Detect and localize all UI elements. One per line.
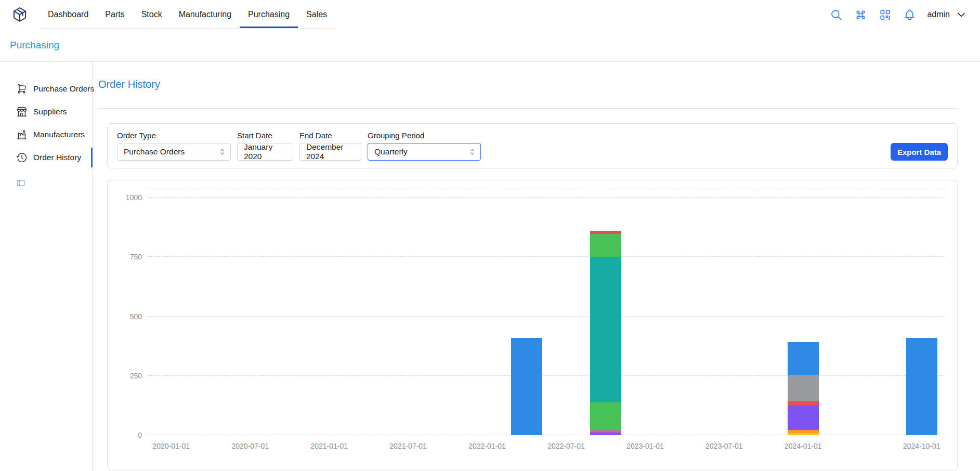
gridline — [148, 375, 945, 376]
end-date-field: End Date December 2024 — [299, 131, 361, 161]
tab-purchasing[interactable]: Purchasing — [240, 3, 298, 28]
y-tick-label: 750 — [130, 253, 142, 261]
history-icon — [16, 152, 28, 163]
chevron-selector-icon — [468, 148, 477, 156]
x-axis: 2020-01-012020-07-012021-01-012021-07-01… — [148, 435, 945, 456]
x-tick-label: 2024-10-01 — [903, 442, 940, 450]
start-date-input[interactable]: January 2020 — [237, 143, 293, 161]
factory-icon — [16, 129, 28, 140]
y-tick-label: 1000 — [126, 193, 142, 202]
bar-2022-10-01 — [590, 231, 621, 435]
sidebar-item-manufacturers[interactable]: Manufacturers — [0, 123, 92, 146]
order-type-label: Order Type — [117, 131, 231, 140]
sidebar-collapse-icon[interactable] — [16, 178, 25, 188]
bar-segment-teal — [590, 257, 621, 402]
sidebar-item-order-history[interactable]: Order History — [0, 146, 92, 169]
bar-segment-green — [590, 402, 621, 430]
order-history-chart-card: 02505007501000 2020-01-012020-07-012021-… — [107, 180, 958, 471]
plot-area — [148, 189, 945, 435]
x-tick-label: 2022-07-01 — [547, 442, 585, 450]
order-type-field: Order Type Purchase Orders — [117, 131, 231, 161]
y-tick-label: 0 — [138, 431, 142, 439]
x-tick-label: 2021-01-01 — [310, 442, 348, 450]
x-tick-label: 2020-01-01 — [153, 442, 190, 450]
start-date-field: Start Date January 2020 — [237, 131, 293, 161]
gridline — [148, 316, 945, 317]
x-tick-label: 2023-01-01 — [626, 442, 664, 450]
bar-segment-blue — [511, 338, 542, 435]
bell-icon[interactable] — [903, 8, 917, 22]
sidebar-item-suppliers[interactable]: Suppliers — [0, 100, 92, 123]
sidebar-item-label: Order History — [33, 153, 81, 162]
filter-panel: Order Type Purchase Orders Start Date Ja… — [107, 123, 958, 168]
export-data-button[interactable]: Export Data — [891, 143, 948, 161]
qr-code-icon[interactable] — [878, 8, 892, 22]
gridline — [148, 256, 945, 257]
chevron-selector-icon — [218, 148, 227, 156]
sidebar-item-purchase-orders[interactable]: Purchase Orders — [0, 77, 92, 100]
gridline — [148, 197, 945, 198]
shopping-cart-icon — [16, 83, 28, 95]
x-tick-label: 2022-01-01 — [468, 442, 506, 450]
sidebar-item-label: Manufacturers — [33, 130, 85, 139]
order-type-select[interactable]: Purchase Orders — [117, 143, 231, 161]
main-panel: Order History Order Type Purchase Orders… — [93, 62, 980, 471]
main-nav-tabs: Dashboard Parts Stock Manufacturing Purc… — [40, 3, 335, 29]
breadcrumb-purchasing[interactable]: Purchasing — [10, 40, 59, 51]
x-tick-label: 2024-01-01 — [785, 442, 822, 450]
user-menu[interactable]: admin — [927, 9, 966, 20]
bar-segment-blue — [788, 342, 819, 375]
grouping-period-select[interactable]: Quarterly — [368, 143, 481, 161]
navbar-actions: admin — [829, 8, 966, 22]
top-navbar: Dashboard Parts Stock Manufacturing Purc… — [0, 0, 980, 29]
end-date-value: December 2024 — [306, 142, 355, 161]
divider — [98, 108, 958, 109]
end-date-label: End Date — [299, 131, 361, 140]
grouping-period-value: Quarterly — [374, 147, 408, 156]
tab-parts[interactable]: Parts — [97, 3, 133, 28]
bar-2024-10-01 — [906, 338, 937, 435]
start-date-label: Start Date — [237, 131, 293, 140]
command-icon[interactable] — [854, 8, 868, 22]
search-icon[interactable] — [829, 8, 843, 22]
page-title: Order History — [98, 76, 958, 92]
y-tick-label: 500 — [130, 312, 142, 321]
sidebar-item-label: Suppliers — [33, 107, 67, 116]
grouping-period-field: Grouping Period Quarterly — [368, 131, 481, 161]
tab-sales[interactable]: Sales — [298, 3, 335, 28]
username-label: admin — [927, 10, 950, 19]
tab-stock[interactable]: Stock — [133, 3, 171, 28]
bar-segment-green — [590, 234, 621, 257]
breadcrumb: Purchasing — [0, 29, 980, 62]
chevron-down-icon — [956, 9, 966, 20]
x-tick-label: 2021-07-01 — [389, 442, 427, 450]
tab-manufacturing[interactable]: Manufacturing — [171, 3, 240, 28]
sidebar-item-label: Purchase Orders — [33, 84, 94, 94]
end-date-input[interactable]: December 2024 — [299, 143, 361, 161]
tab-dashboard[interactable]: Dashboard — [40, 3, 97, 28]
bar-segment-gray — [788, 375, 819, 402]
bar-2024-01-01 — [788, 342, 819, 435]
bar-segment-blue — [906, 338, 937, 435]
grouping-period-label: Grouping Period — [368, 131, 481, 140]
x-tick-label: 2020-07-01 — [231, 442, 269, 450]
bar-segment-purple — [788, 405, 819, 430]
storefront-icon — [16, 106, 28, 117]
order-type-value: Purchase Orders — [124, 147, 185, 156]
app-logo-icon[interactable] — [11, 6, 28, 23]
start-date-value: January 2020 — [244, 142, 286, 161]
y-tick-label: 250 — [130, 372, 142, 380]
x-tick-label: 2023-07-01 — [705, 442, 743, 450]
sidebar: Purchase Orders Suppliers Manufacturers … — [0, 62, 93, 471]
bar-2022-04-01 — [511, 338, 542, 435]
bar-segment-red — [788, 401, 819, 405]
y-axis: 02505007501000 — [118, 189, 148, 435]
